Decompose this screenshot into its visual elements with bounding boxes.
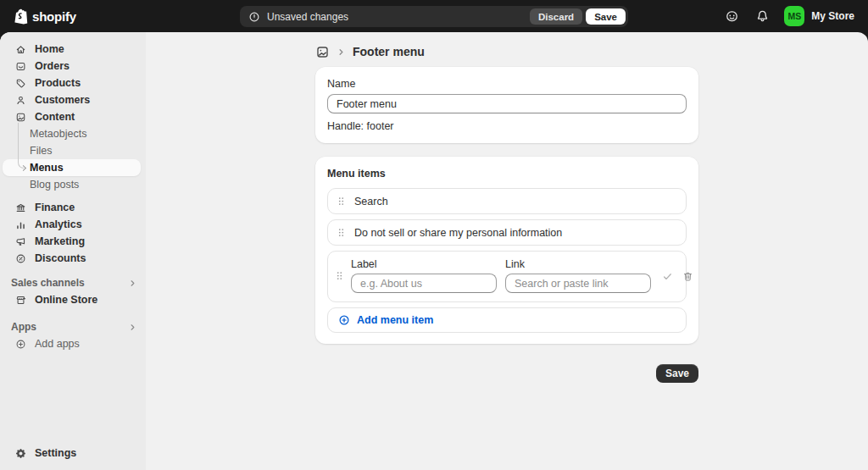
orders-icon [15,61,26,72]
sidebar: Home Orders Products Customers Content M… [0,32,146,470]
sidebar-item-discounts[interactable]: Discounts [0,250,146,267]
add-menu-item-label: Add menu item [357,314,433,326]
topbar: shopify Unsaved changes Discard Save MS … [0,0,868,32]
chevron-right-icon [128,323,137,332]
drag-handle-icon[interactable] [337,271,342,280]
products-icon [15,78,26,89]
save-row: Save [315,364,698,383]
trash-icon[interactable] [682,271,693,282]
content-icon[interactable] [315,45,330,59]
marketing-icon [15,236,26,247]
drag-handle-icon[interactable] [338,196,344,206]
app-shell: Home Orders Products Customers Content M… [0,32,868,470]
tree-line [18,123,19,162]
sidebar-item-files[interactable]: Files [0,142,146,159]
unsaved-changes-label: Unsaved changes [267,11,348,23]
sidebar-item-products[interactable]: Products [0,75,146,91]
main-content: Footer menu Name Handle: footer Menu ite… [146,32,868,470]
sidebar-item-home[interactable]: Home [0,41,146,58]
customers-icon [15,95,26,106]
label-input[interactable] [351,274,497,293]
sidebar-item-metaobjects[interactable]: Metaobjects [0,125,146,142]
new-menu-item-row: Label Link [327,251,687,302]
discard-button[interactable]: Discard [530,8,582,25]
sidebar-item-settings[interactable]: Settings [0,445,146,462]
plus-circle-icon [15,339,26,350]
online-store-icon [15,295,26,306]
menu-items-card: Menu items Search Do not sell or share m… [315,157,698,344]
handle-text: Handle: footer [327,120,687,132]
menu-item-label: Search [354,196,388,207]
new-item-actions [662,271,693,282]
save-button-bottom[interactable]: Save [656,364,698,383]
topbar-right: MS My Store [723,6,854,26]
drag-handle-icon[interactable] [338,228,344,237]
analytics-icon [15,219,26,230]
content-icon [15,112,26,123]
discounts-icon [15,253,26,264]
menu-item-label: Do not sell or share my personal informa… [354,227,562,239]
sidebar-item-add-apps[interactable]: Add apps [0,335,146,352]
sidebar-item-analytics[interactable]: Analytics [0,216,146,233]
finance-icon [15,202,26,213]
sidebar-item-orders[interactable]: Orders [0,58,146,75]
sidebar-item-marketing[interactable]: Marketing [0,233,146,250]
menu-name-input[interactable] [327,94,687,113]
menu-item-row[interactable]: Search [327,188,687,214]
gear-icon [15,448,26,459]
store-name: My Store [811,10,854,22]
shopify-wordmark: shopify [32,9,76,24]
contextual-actions: Discard Save [530,8,626,25]
menu-items-title: Menu items [327,168,687,180]
alert-circle-icon [248,11,260,23]
shopify-bag-icon [14,8,30,25]
page-title: Footer menu [353,45,425,58]
name-label: Name [327,78,687,90]
breadcrumb: Footer menu [315,41,698,62]
sidebar-section-apps[interactable]: Apps [0,318,146,335]
add-menu-item-button[interactable]: Add menu item [327,307,687,333]
link-input[interactable] [505,274,651,293]
label-field-label: Label [351,258,497,270]
link-field-label: Link [505,258,651,270]
sidebar-item-customers[interactable]: Customers [0,91,146,108]
chevron-right-icon [337,47,346,57]
store-menu[interactable]: MS My Store [784,6,854,26]
sidebar-item-content[interactable]: Content [0,108,146,125]
sidebar-item-online-store[interactable]: Online Store [0,291,146,308]
save-button-topbar[interactable]: Save [586,8,626,25]
store-avatar: MS [784,6,804,26]
name-card: Name Handle: footer [315,67,698,143]
plus-circle-icon [338,314,350,326]
chat-icon[interactable] [723,8,741,25]
shopify-logo[interactable]: shopify [14,8,76,25]
sidebar-item-finance[interactable]: Finance [0,199,146,216]
sidebar-item-blog-posts[interactable]: Blog posts [0,176,146,193]
home-icon [15,44,26,55]
chevron-right-icon [128,279,137,288]
confirm-check-icon[interactable] [662,271,673,282]
sidebar-section-sales-channels[interactable]: Sales channels [0,274,146,291]
notifications-bell-icon[interactable] [754,8,771,25]
unsaved-changes-bar: Unsaved changes Discard Save [240,6,628,27]
menu-item-row[interactable]: Do not sell or share my personal informa… [327,219,687,246]
